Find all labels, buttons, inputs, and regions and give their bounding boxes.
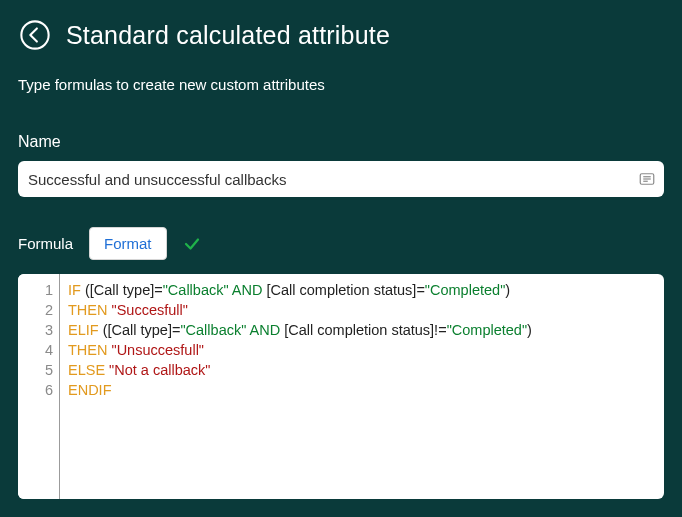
format-button[interactable]: Format xyxy=(89,227,167,260)
code-line[interactable]: ELSE "Not a callback" xyxy=(68,360,656,380)
token-str: "Unsuccesfull" xyxy=(112,342,205,358)
token-str: "Not a callback" xyxy=(109,362,210,378)
code-line[interactable]: THEN "Succesfull" xyxy=(68,300,656,320)
back-button[interactable] xyxy=(18,18,52,52)
line-number: 5 xyxy=(18,360,53,380)
token-kw: ELSE xyxy=(68,362,109,378)
token-bool: AND xyxy=(246,322,284,338)
token-bool: "Callback" xyxy=(180,322,246,338)
line-number: 6 xyxy=(18,380,53,400)
code-line[interactable]: THEN "Unsuccesfull" xyxy=(68,340,656,360)
token-kw: IF xyxy=(68,282,85,298)
token-kw: ELIF xyxy=(68,322,103,338)
formula-editor[interactable]: 123456 IF ([Call type]="Callback" AND [C… xyxy=(18,274,664,499)
svg-point-0 xyxy=(21,21,48,48)
line-number: 3 xyxy=(18,320,53,340)
editor-gutter: 123456 xyxy=(18,274,60,499)
page-subtitle: Type formulas to create new custom attri… xyxy=(18,76,664,93)
name-input[interactable] xyxy=(18,161,664,197)
token-text: ) xyxy=(505,282,510,298)
token-bool: "Completed" xyxy=(447,322,527,338)
page-title: Standard calculated attribute xyxy=(66,21,390,50)
code-line[interactable]: ELIF ([Call type]="Callback" AND [Call c… xyxy=(68,320,656,340)
editor-code[interactable]: IF ([Call type]="Callback" AND [Call com… xyxy=(60,274,664,499)
token-text: [Call completion status]= xyxy=(266,282,424,298)
token-bool: AND xyxy=(229,282,267,298)
token-kw: THEN xyxy=(68,342,112,358)
token-bool: "Completed" xyxy=(425,282,505,298)
valid-icon xyxy=(183,235,201,253)
token-text: ([Call type]= xyxy=(103,322,181,338)
line-number: 4 xyxy=(18,340,53,360)
formula-label: Formula xyxy=(18,235,73,252)
token-bool: "Callback" xyxy=(163,282,229,298)
code-line[interactable]: IF ([Call type]="Callback" AND [Call com… xyxy=(68,280,656,300)
line-number: 2 xyxy=(18,300,53,320)
token-kw: ENDIF xyxy=(68,382,112,398)
name-label: Name xyxy=(18,133,664,151)
token-text: [Call completion status]!= xyxy=(284,322,446,338)
token-str: "Succesfull" xyxy=(112,302,188,318)
token-text: ([Call type]= xyxy=(85,282,163,298)
code-line[interactable]: ENDIF xyxy=(68,380,656,400)
line-number: 1 xyxy=(18,280,53,300)
token-kw: THEN xyxy=(68,302,112,318)
token-text: ) xyxy=(527,322,532,338)
